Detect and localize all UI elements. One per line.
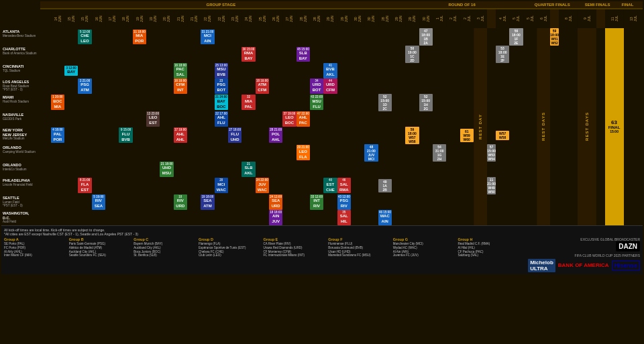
- date-header-row: 14JUN 15JUN 15JUN 16JUN 17JUN 18JUN 19JU…: [1, 9, 643, 28]
- sea-game5-cell: 33 12:00 INTRIV: [310, 194, 323, 210]
- r16-date-7: 2JUL: [460, 9, 474, 28]
- atl-game3: 31 21:00 MCIAIN: [201, 30, 214, 45]
- nas-game1-cell: 13 23:00 LEOEST: [146, 111, 160, 127]
- cha-game2-cell: 45 15:00 SLBBAY: [297, 46, 310, 63]
- la-game5: 34 URDBOT: [310, 78, 323, 94]
- sea-game6: 43 12:00 PSGRIV: [337, 194, 351, 210]
- date-7: 19JUN: [133, 9, 146, 28]
- la-game1-cell: 2 21:00 PSGATM: [78, 78, 91, 94]
- date-5: 17JUN: [105, 9, 119, 28]
- mia-game3-cell: 32 MIAPAL: [241, 94, 255, 111]
- philly-stadium: PHILADELPHIA Lincoln Financial Field: [1, 177, 51, 194]
- phi-game2-cell: 20 MCIWAC: [215, 177, 228, 194]
- sea-game3: 19 18:00 SEAATM: [201, 194, 214, 210]
- orl1-qf: 57 15:00 W53W54: [487, 144, 496, 162]
- schedule-table: 14JUN 15JUN 15JUN 16JUN 17JUN 18JUN 19JU…: [1, 9, 643, 225]
- sf-date-2: 9JUL: [578, 9, 596, 28]
- mia-r16b-block: 52 15:00 1H2G: [419, 94, 433, 111]
- rest-day-2: REST DAYS: [537, 28, 550, 225]
- schedule-area: GROUP STAGE ROUND OF 16 QUARTER FINALS S…: [40, 1, 643, 9]
- phi-qf-block: 11 21:00 W49W50: [487, 177, 496, 194]
- la-game2-cell: 16 16:00 CFMINT: [174, 78, 187, 94]
- date-4: 16JUN: [92, 9, 105, 28]
- mia-game1-cell: 1 20:00 BOCMIA: [51, 94, 64, 111]
- nyc-game5-cell: 28 21:00 POLAHL: [269, 127, 282, 144]
- date-10: 21JUN: [174, 9, 187, 28]
- mia-r16: 52 15:00 1D2C: [378, 94, 392, 111]
- nyc-game3-cell: 17 19:00 AHLAHL: [174, 127, 187, 144]
- phi-game3-cell: 24 22:00 JUVWAC: [256, 177, 269, 194]
- date-19: 28JUN: [297, 9, 310, 28]
- la-game5-cell: 34 URDBOT: [310, 78, 323, 94]
- nyc-sf-block: W57W58: [496, 131, 509, 140]
- orl1-r16b-block: 54 31:00 1G2H: [433, 144, 446, 162]
- footer-group-e: Group E CA River Plate (RIV) Urawa Red D…: [264, 237, 326, 272]
- rest-day-1: REST DAY: [474, 28, 487, 225]
- atl-r16-block: 47 18:00 1B2A: [419, 28, 433, 46]
- nyc-game3: 17 19:00 AHLAHL: [174, 127, 187, 143]
- date-9: 20JUN: [160, 9, 173, 28]
- qf-date-2: 5JUL: [509, 9, 523, 28]
- la-stadium: LOS ANGELES Rose Bowl Stadium *PST (EST …: [1, 78, 51, 94]
- date-21: 29JUN: [323, 9, 337, 28]
- cha-qf: 53 18:00 1E2F: [496, 46, 509, 63]
- nyc-qf-block: 61 W59W60: [460, 129, 474, 142]
- r16-date-2: 29JUN: [392, 9, 405, 28]
- date-15: 24JUN: [241, 9, 255, 28]
- r16-date-5: 1JUL: [433, 9, 446, 28]
- orl1-game1: 29 21:00 LEOFLA: [297, 145, 310, 160]
- phi-r16: 49 1A2B: [378, 177, 392, 194]
- final-label: FINAL: [612, 1, 643, 9]
- sea-game2-cell: 10 RIVURD: [174, 194, 187, 210]
- nyc-game5: 28 21:00 POLAHL: [269, 127, 282, 143]
- nas-game4: 47 22:00 AHLPAC: [297, 111, 310, 127]
- footer-group-h: Group H Real Madrid C.F. (RMA) Al Hilal …: [458, 237, 520, 272]
- mia-game1: 1 20:00 BOCMIA: [51, 95, 64, 110]
- orlando2-stadium: ORLANDO Inter&Co Stadium: [1, 162, 51, 177]
- phi-game5-cell: 46 SALRMA: [337, 177, 351, 194]
- r16-date-1: 28JUN: [378, 9, 392, 28]
- seattle-stadium: SEATTLE Lumen Field *PST (EST - 3): [1, 194, 51, 210]
- nas-game3: 37 19:00 LEOBOC: [282, 111, 296, 127]
- date-23: 30JUN: [351, 9, 364, 28]
- cha-r16: 50 19:00 1C2D: [405, 46, 419, 63]
- nashville-stadium: NASHVILLE GEODIS Park: [1, 111, 51, 127]
- nyc-qf: 61 W59W60: [460, 127, 474, 144]
- date-2: 15JUN: [64, 9, 78, 28]
- phi-game2: 20 MCIWAC: [215, 178, 228, 193]
- mia-game2-cell: 21 24:00 BAYBOC: [215, 94, 228, 111]
- r16-date-4: 30JUN: [419, 9, 433, 28]
- atl-qf: 59 18:00 W51W52: [550, 28, 559, 46]
- qf-date-1: 4JUL: [496, 9, 509, 28]
- r16-label: ROUND OF 16: [402, 1, 523, 9]
- dc-game1: 18 18:00 AINJUV: [269, 210, 282, 225]
- atl-r16b-block: 56 18:00 1F2E: [509, 28, 523, 46]
- orlando1-stadium: ORLANDO Camping World Stadium: [1, 144, 51, 162]
- sea-game2: 10 RIVURD: [174, 194, 187, 210]
- r16-date-6: 2JUL: [446, 9, 460, 28]
- cin-game3: 25 13:00 MSUBVB: [215, 63, 228, 78]
- atl-game1-cell: 5 12:00 CHELEO: [78, 28, 91, 46]
- mia-game4-cell: 43 22:00 MSUFLU: [310, 94, 323, 111]
- dc-game3-cell: 46 15:00 WACAIN: [378, 210, 392, 225]
- atlanta-stadium: ATLANTA Mercedes-Benz Stadium: [1, 28, 51, 46]
- date-17: 26JUN: [269, 9, 282, 28]
- nyc-r16: 59 18:00 W57W58: [405, 127, 419, 144]
- la-game4: 18 16:00 ATMCFM: [256, 78, 269, 94]
- nyc-game1-cell: 4 18:00 PALPOR: [51, 127, 64, 144]
- miami-stadium: MIAMI Hard Rock Stadium: [1, 94, 51, 111]
- footer-group-f: Group F Fluminense (FLU) Borussia Dortmu…: [328, 237, 390, 272]
- sea-game3-cell: 19 18:00 SEAATM: [201, 194, 214, 210]
- orl1-qf-block: 57 15:00 W53W54: [487, 144, 496, 162]
- cin-game1: 3 12:00 BAY: [64, 66, 78, 76]
- sf-date-1: 8JUL: [559, 9, 578, 28]
- la-game6-cell: 44 URDCFM: [323, 78, 337, 94]
- logos-area: EXCLUSIVE GLOBAL BROADCASTER DAZN FIFA C…: [528, 237, 640, 272]
- footer-group-a: Group A SE Porto (PAL) FC Porto (POR) Al…: [4, 237, 66, 272]
- sea-game1-cell: 5 19:00 RIVSEA: [92, 194, 105, 210]
- nas-game1: 13 23:00 LEOEST: [146, 111, 160, 127]
- group-stage-label: GROUP STAGE: [40, 1, 402, 9]
- la-game1: 2 21:00 PSGATM: [78, 78, 91, 94]
- date-13: 22JUN: [215, 9, 228, 28]
- footer-group-g: Group G Manchester City (MCI) Wydad AC (…: [393, 237, 455, 272]
